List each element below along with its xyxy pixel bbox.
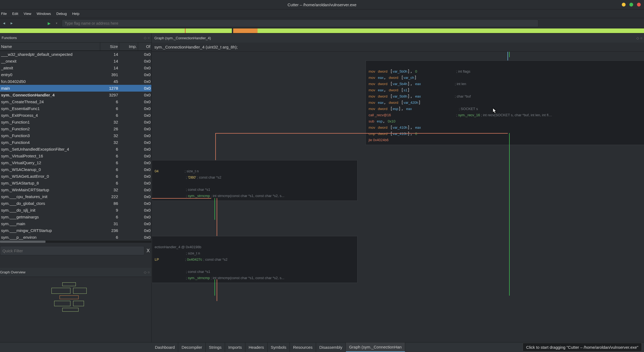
nav-fwd-icon[interactable]: ►: [9, 21, 14, 25]
tab-disassembly[interactable]: Disassembly: [316, 343, 346, 352]
undock-icon[interactable]: ◇: [636, 36, 639, 40]
col-off[interactable]: Of: [138, 43, 151, 51]
tab-dashboard[interactable]: Dashboard: [152, 343, 178, 352]
run-menu-icon[interactable]: ▼: [54, 22, 59, 25]
close-icon[interactable]: [637, 3, 641, 7]
graph-pane-title: Graph (sym._ConnectionHandler_4) ◇○: [152, 33, 644, 43]
graph-overview-title: Graph Overview ◇○: [0, 268, 151, 277]
undock-icon[interactable]: ◇: [144, 36, 147, 40]
tooltip: Click to start dragging "Cutter – /home/…: [523, 343, 642, 351]
menu-view[interactable]: View: [24, 12, 31, 16]
graph-node[interactable]: ectionHandler_4 @ 0x40198b ; size_t n LP…: [152, 236, 357, 283]
function-signature: sym._ConnectionHandler_4 (uint32_t arg_8…: [152, 43, 644, 52]
nav-back-icon[interactable]: ◄: [2, 21, 6, 25]
menu-edit[interactable]: Edit: [12, 12, 18, 16]
menu-debug[interactable]: Debug: [56, 12, 67, 16]
functions-hscroll[interactable]: [0, 241, 151, 243]
nav-seek-bar[interactable]: [0, 28, 644, 33]
col-imp[interactable]: Imp.: [119, 43, 138, 51]
window-title: Cutter – /home/aroldan/vulnserver.exe: [288, 2, 356, 7]
menu-help[interactable]: Help: [72, 12, 79, 16]
graph-overview-canvas[interactable]: [0, 277, 151, 320]
quick-filter-input[interactable]: [0, 246, 144, 255]
toolbar: ◄ ► ▶ ▼: [0, 18, 644, 28]
run-icon[interactable]: ▶: [47, 21, 51, 25]
functions-table[interactable]: ___w32_sharedptr_default_unexpected140x0…: [0, 51, 151, 241]
minimize-icon[interactable]: [622, 3, 626, 7]
tab-headers[interactable]: Headers: [245, 343, 268, 352]
functions-pane-title: Functions ◇○: [0, 33, 151, 43]
col-name[interactable]: Name: [0, 43, 100, 51]
tab-imports[interactable]: Imports: [225, 343, 245, 352]
tab-symbols[interactable]: Symbols: [268, 343, 290, 352]
graph-canvas[interactable]: mov dword [var_5b0h], 0 ; int flags mov …: [152, 52, 644, 342]
menu-windows[interactable]: Windows: [37, 12, 51, 16]
close-pane-icon[interactable]: ○: [640, 36, 642, 40]
address-input[interactable]: [62, 20, 538, 27]
bottom-tabs: Dashboard Decompiler Strings Imports Hea…: [0, 342, 644, 352]
maximize-icon[interactable]: [629, 3, 633, 7]
mouse-cursor: [492, 108, 498, 115]
graph-node[interactable]: 04 ; size_t n ; 'DB0' ; const char *s2 ;…: [152, 160, 357, 201]
close-pane-icon[interactable]: ○: [148, 270, 150, 274]
tab-decompiler[interactable]: Decompiler: [178, 343, 206, 352]
tab-strings[interactable]: Strings: [206, 343, 225, 352]
tab-resources[interactable]: Resources: [290, 343, 316, 352]
menu-file[interactable]: File: [1, 12, 7, 16]
close-pane-icon[interactable]: ○: [148, 36, 150, 40]
graph-node[interactable]: mov dword [var_5b0h], 0 ; int flags mov …: [366, 60, 644, 145]
col-size[interactable]: Size: [100, 43, 119, 51]
titlebar[interactable]: Cutter – /home/aroldan/vulnserver.exe: [0, 0, 644, 9]
quick-filter-clear[interactable]: X: [147, 248, 150, 254]
tab-graph[interactable]: Graph (sym._ConnectionHan: [346, 343, 405, 352]
undock-icon[interactable]: ◇: [144, 270, 147, 274]
menubar: File Edit View Windows Debug Help: [0, 9, 644, 18]
